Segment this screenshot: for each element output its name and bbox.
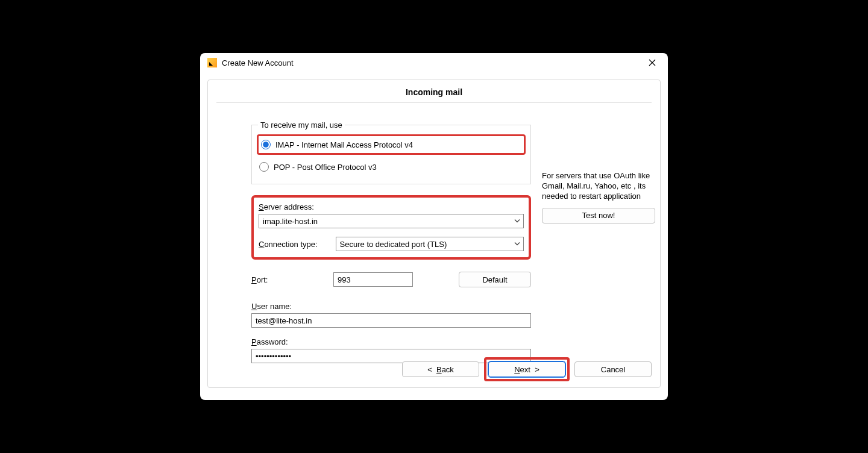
username-label: User name:	[251, 302, 531, 311]
radio-pop-input[interactable]	[259, 162, 269, 172]
protocol-group-label: To receive my mail, use	[258, 120, 345, 130]
password-label: Password:	[251, 337, 531, 346]
dialog-body: Incoming mail To receive my mail, use IM…	[207, 80, 661, 388]
port-input[interactable]	[333, 272, 413, 287]
close-icon	[649, 59, 656, 66]
create-account-dialog: Create New Account Incoming mail To rece…	[200, 53, 668, 400]
connection-type-label: Connection type:	[259, 240, 318, 249]
app-icon	[207, 58, 217, 67]
server-address-input[interactable]	[259, 214, 524, 228]
username-input[interactable]	[251, 313, 531, 328]
radio-pop-label: POP - Post Office Protocol v3	[274, 163, 377, 172]
server-address-label: Server address:	[259, 202, 524, 211]
next-button[interactable]: Next >	[488, 361, 565, 377]
radio-imap[interactable]: IMAP - Internet Mail Access Protocol v4	[260, 136, 523, 153]
highlight-next: Next >	[484, 357, 570, 381]
titlebar: Create New Account	[200, 53, 668, 72]
oauth-note: For servers that use OAuth like Gmail, M…	[542, 171, 655, 202]
highlight-imap: IMAP - Internet Mail Access Protocol v4	[257, 134, 526, 155]
default-button[interactable]: Default	[459, 272, 531, 287]
footer-buttons: < Back Next > Cancel	[402, 357, 652, 381]
protocol-group: To receive my mail, use IMAP - Internet …	[251, 120, 531, 184]
connection-type-select[interactable]	[336, 237, 524, 251]
back-button[interactable]: < Back	[402, 361, 479, 377]
close-button[interactable]	[640, 53, 664, 72]
test-now-button[interactable]: Test now!	[542, 208, 655, 223]
page-heading: Incoming mail	[216, 86, 652, 102]
highlight-server-block: Server address: Connection type:	[251, 195, 531, 260]
divider	[216, 102, 652, 102]
cancel-button[interactable]: Cancel	[574, 361, 652, 377]
window-title: Create New Account	[222, 58, 640, 67]
radio-imap-input[interactable]	[261, 140, 271, 149]
radio-pop[interactable]: POP - Post Office Protocol v3	[258, 158, 524, 175]
radio-imap-label: IMAP - Internet Mail Access Protocol v4	[275, 140, 413, 149]
port-label: Port:	[251, 275, 333, 284]
